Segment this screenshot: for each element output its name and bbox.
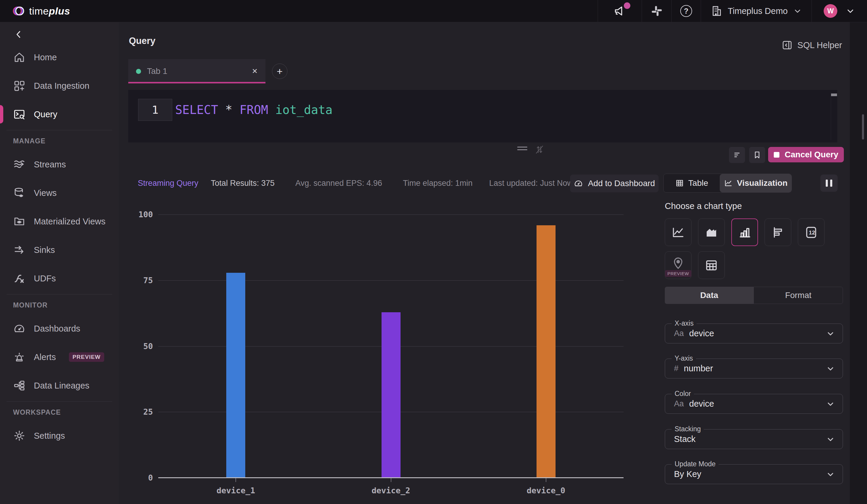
sidebar-collapse-button[interactable] [0,26,119,43]
sidebar-item-data-lineages[interactable]: Data Lineages [0,371,119,400]
building-icon [710,5,723,17]
table-view-button[interactable]: Table [664,174,720,192]
chart-type-area-button[interactable] [698,218,725,246]
update-mode-label: Update Mode [672,460,718,468]
workspace-name: Timeplus Demo [728,6,788,16]
sidebar-item-streams[interactable]: Streams [0,150,119,179]
svg-text:12: 12 [809,229,815,236]
bar-chart-icon [738,225,752,239]
sidebar-item-home[interactable]: Home [0,43,119,72]
sidebar-item-label: Streams [34,160,66,170]
app-window: timeplus [0,0,867,504]
chevron-down-icon [793,7,802,15]
help-button[interactable]: ? [680,5,692,17]
chevron-left-icon [14,29,24,40]
account-chevron-down-icon[interactable] [846,6,855,16]
color-select[interactable]: Color Aa device [665,394,843,414]
chart-type-horizontal-bar-button[interactable] [764,218,791,246]
panel-tabs: Data Format [665,287,843,304]
sql-editor[interactable]: 1 SELECT * FROM iot_data [128,90,837,142]
stacking-select[interactable]: Stacking Stack [665,429,843,449]
y-tick-label: 25 [143,407,153,416]
editor-resize-handle[interactable] [517,147,527,152]
x-tick-label: device_0 [527,486,565,495]
x-axis-line [158,477,623,478]
timeplus-logo[interactable]: timeplus [12,4,70,18]
y-tick-label: 100 [138,210,153,219]
streaming-query-label: Streaming Query [138,179,198,188]
sidebar-section-manage: MANAGE [0,132,119,150]
cancel-query-button[interactable]: Cancel Query [768,147,844,162]
gridline [158,214,623,215]
sql-helper-button[interactable]: SQL Helper [781,40,842,51]
chart-type-single-value-button[interactable]: 12 [798,218,825,246]
sidebar-item-label: UDFs [34,274,56,283]
sidebar-item-settings[interactable]: Settings [0,421,119,450]
page-scrollbar-thumb[interactable] [862,114,864,140]
visualization-view-button[interactable]: Visualization [720,174,792,192]
sidebar-item-label: Sinks [34,245,55,255]
user-avatar[interactable]: W [824,4,837,18]
sidebar: Home Data Ingestion Query MANAGE Streams [0,22,119,504]
string-type-icon: Aa [674,329,684,338]
sql-keyword: FROM [239,103,268,117]
tab-close-button[interactable]: ✕ [252,67,258,75]
sidebar-item-views[interactable]: Views [0,179,119,207]
sidebar-item-sinks[interactable]: Sinks [0,236,119,264]
topbar-right: ? Timeplus Demo W [598,0,867,22]
table-view-label: Table [688,179,708,188]
chart-type-line-button[interactable] [665,218,692,246]
panel-tab-format[interactable]: Format [753,287,843,304]
format-sql-button[interactable] [729,147,745,163]
visualization-view-label: Visualization [737,179,788,188]
string-type-icon: Aa [674,399,684,408]
x-axis-select[interactable]: X-axis Aa device [665,323,843,343]
sidebar-section-workspace: WORKSPACE [0,403,119,421]
sidebar-item-label: Data Lineages [34,381,89,390]
sidebar-item-label: Materialized Views [34,217,105,226]
chart-type-table-button[interactable] [698,251,725,279]
chart-type-map-button[interactable]: PREVIEW [665,251,692,279]
chart-type-bar-button[interactable] [731,218,758,246]
chevron-down-icon [826,364,835,373]
panel-tab-data[interactable]: Data [665,287,753,304]
editor-scrollbar-thumb[interactable] [831,94,837,96]
sidebar-item-materialized-views[interactable]: Materialized Views [0,207,119,236]
sidebar-divider [7,401,112,401]
sidebar-item-query[interactable]: Query [0,100,119,129]
editor-scrollbar[interactable] [831,92,837,140]
settings-icon [13,429,25,442]
single-value-icon: 12 [804,225,818,239]
plus-icon: + [277,66,283,77]
number-type-icon: # [674,364,678,373]
bar-chart: 0255075100 device_1device_2device_0 [129,208,635,502]
stacking-label: Stacking [672,425,704,433]
sidebar-item-alerts[interactable]: Alerts PREVIEW [0,343,119,371]
update-mode-select[interactable]: Update Mode By Key [665,464,843,484]
streams-icon [13,158,25,171]
sidebar-item-label: Dashboards [34,324,80,334]
pause-query-button[interactable] [821,174,838,192]
avatar-initial: W [827,7,834,15]
sidebar-item-label: Query [34,109,57,119]
sidebar-item-data-ingestion[interactable]: Data Ingestion [0,72,119,100]
announcements-button[interactable] [613,4,627,18]
stop-icon [774,152,779,158]
y-axis-value: number [684,364,713,373]
add-to-dashboard-button[interactable]: Add to Dashboard [570,174,659,192]
sql-code-line: SELECT * FROM iot_data [175,103,333,117]
table-icon [704,258,718,272]
chevron-down-icon [826,470,835,479]
y-axis-select[interactable]: Y-axis # number [665,358,843,378]
bookmark-query-button[interactable] [749,147,765,163]
slack-button[interactable] [650,4,663,18]
y-axis-label: Y-axis [672,354,696,362]
sidebar-item-dashboards[interactable]: Dashboards [0,314,119,343]
new-tab-button[interactable]: + [272,64,287,79]
autoscroll-toggle[interactable] [534,144,545,155]
workspace-switcher[interactable]: Timeplus Demo [710,5,802,17]
query-tab-1[interactable]: Tab 1 ✕ [128,59,266,83]
tab-status-dot [136,69,141,74]
sidebar-item-udfs[interactable]: UDFs [0,264,119,293]
sidebar-divider [7,130,112,130]
